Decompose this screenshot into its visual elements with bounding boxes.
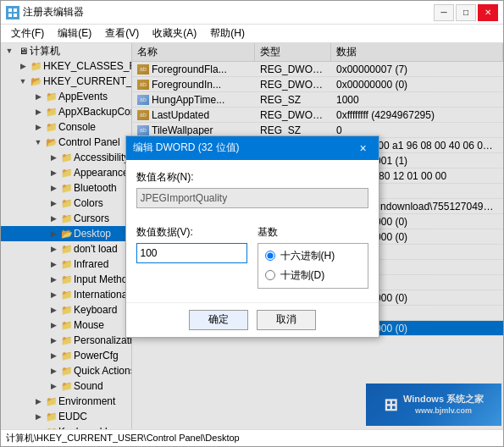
status-bar: 计算机\HKEY_CURRENT_USER\Control Panel\Desk… <box>1 429 503 446</box>
hex-label: 十六进制(H) <box>280 249 335 263</box>
window-title: 注册表编辑器 <box>23 5 84 19</box>
svg-rect-2 <box>8 14 12 17</box>
dec-radio-label[interactable]: 十进制(D) <box>265 268 361 283</box>
status-text: 计算机\HKEY_CURRENT_USER\Control Panel\Desk… <box>6 432 240 444</box>
menu-help[interactable]: 帮助(H) <box>203 25 252 42</box>
dec-radio[interactable] <box>265 270 275 280</box>
dialog-title: 编辑 DWORD (32 位值) <box>133 141 240 155</box>
title-bar: 注册表编辑器 ─ □ ✕ <box>1 1 503 25</box>
menu-favorites[interactable]: 收藏夹(A) <box>146 25 203 42</box>
close-button[interactable]: ✕ <box>478 4 498 21</box>
dialog-value-row: 数值数据(V): 基数 十六进制(H) <box>136 225 368 289</box>
dialog-close-button[interactable]: × <box>355 140 372 157</box>
svg-rect-1 <box>14 8 17 12</box>
hex-radio[interactable] <box>265 251 275 261</box>
menu-edit[interactable]: 编辑(E) <box>51 25 98 42</box>
window-controls: ─ □ ✕ <box>434 4 498 21</box>
data-label: 数值数据(V): <box>136 225 247 240</box>
menu-bar: 文件(F) 编辑(E) 查看(V) 收藏夹(A) 帮助(H) <box>1 25 503 43</box>
svg-rect-3 <box>14 14 17 17</box>
dialog-left-col: 数值数据(V): <box>136 225 247 289</box>
dec-label: 十进制(D) <box>280 268 325 283</box>
base-radio-group: 十六进制(H) 十进制(D) <box>258 243 368 289</box>
dialog-content: 数值名称(N): 数值数据(V): 基数 <box>126 160 379 295</box>
dialog-title-bar: 编辑 DWORD (32 位值) × <box>126 136 379 160</box>
svg-rect-0 <box>8 8 12 12</box>
dialog-overlay: 编辑 DWORD (32 位值) × 数值名称(N): 数值数据(V): <box>1 43 503 429</box>
name-input <box>136 188 368 208</box>
hex-radio-label[interactable]: 十六进制(H) <box>265 249 361 263</box>
minimize-button[interactable]: ─ <box>434 4 454 21</box>
data-input[interactable] <box>136 243 247 263</box>
menu-file[interactable]: 文件(F) <box>4 25 51 42</box>
maximize-button[interactable]: □ <box>456 4 476 21</box>
app-icon <box>6 6 19 19</box>
content-area: ▼ 🖥 计算机 ▶ 📁 HKEY_CLASSES_ROOT ▼ 📂 HKEY_C… <box>1 43 503 429</box>
menu-view[interactable]: 查看(V) <box>98 25 146 42</box>
ok-button[interactable]: 确定 <box>189 310 248 330</box>
name-label: 数值名称(N): <box>136 170 368 185</box>
edit-dword-dialog: 编辑 DWORD (32 位值) × 数值名称(N): 数值数据(V): <box>125 135 379 338</box>
cancel-button[interactable]: 取消 <box>257 310 316 330</box>
dialog-right-col: 基数 十六进制(H) 十进制(D) <box>258 225 368 289</box>
base-label: 基数 <box>258 225 368 240</box>
dialog-buttons: 确定 取消 <box>126 302 379 337</box>
